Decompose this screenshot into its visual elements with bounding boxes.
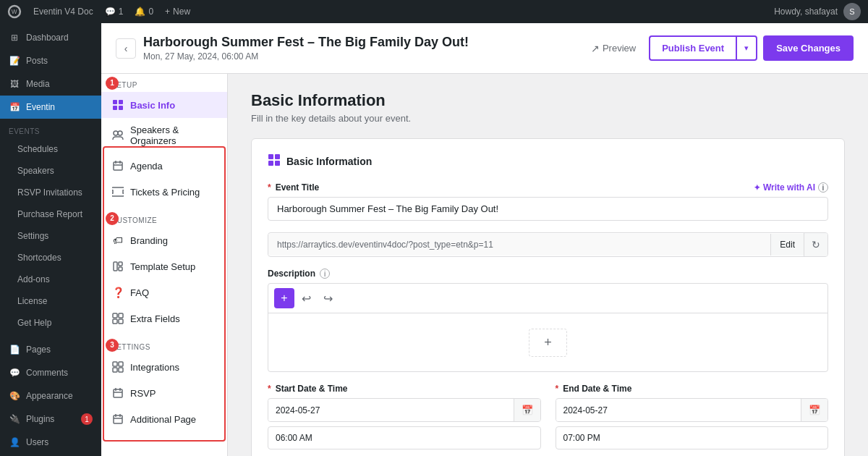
media-icon: 🖼 — [9, 78, 20, 90]
editor-undo-button[interactable]: ↩ — [296, 288, 316, 308]
preview-button[interactable]: ↗ Preview — [584, 38, 643, 59]
events-section-label: Events — [0, 119, 101, 138]
save-changes-button[interactable]: Save Changes — [763, 35, 854, 61]
nav-item-speakers[interactable]: Speakers & Orgainzers — [101, 118, 227, 153]
basic-info-icon — [111, 98, 124, 111]
sidebar-item-speakers[interactable]: Speakers — [0, 160, 101, 182]
plugins-badge: 1 — [81, 413, 93, 425]
agenda-icon — [111, 159, 124, 172]
nav-item-integrations[interactable]: Integrations — [101, 354, 227, 380]
svg-rect-22 — [268, 154, 273, 159]
branding-icon: 🏷 — [111, 234, 124, 247]
description-info-icon[interactable]: i — [320, 269, 330, 279]
nav-item-agenda[interactable]: Agenda — [101, 153, 227, 179]
ping-count-item[interactable]: 🔔 0 — [135, 7, 153, 17]
editor-body[interactable]: + — [268, 313, 827, 371]
svg-rect-9 — [114, 262, 117, 271]
editor-redo-button[interactable]: ↪ — [318, 288, 338, 308]
publish-dropdown-button[interactable]: ▾ — [736, 35, 757, 61]
integrations-icon — [111, 360, 124, 373]
svg-rect-8 — [114, 162, 122, 170]
nav-item-faq[interactable]: ❓ FAQ — [101, 279, 227, 305]
rsvp-icon — [111, 387, 124, 400]
sidebar-item-license[interactable]: License — [0, 290, 101, 312]
nav-item-additional-page[interactable]: Additional Page — [101, 406, 227, 432]
svg-rect-19 — [119, 368, 123, 372]
sidebar-item-get-help[interactable]: Get Help — [0, 312, 101, 334]
nav-item-rsvp[interactable]: RSVP — [101, 380, 227, 406]
sidebar-item-purchase-report[interactable]: Purchase Report — [0, 203, 101, 225]
event-title-input[interactable] — [268, 197, 828, 221]
sidebar-item-schedules[interactable]: Schedules — [0, 138, 101, 160]
posts-icon: 📝 — [9, 55, 20, 67]
url-refresh-button[interactable]: ↻ — [804, 233, 827, 256]
date-time-row: * Start Date & Time 📅 06:00 AM 07:00 — [268, 384, 828, 449]
url-input[interactable] — [268, 234, 770, 256]
nav-item-basic-info[interactable]: Basic Info — [101, 92, 227, 118]
end-datetime-field: * End Date & Time 📅 07:00 PM 08:00 PM — [556, 384, 829, 449]
end-date-input[interactable] — [556, 400, 801, 421]
svg-rect-23 — [275, 154, 280, 159]
setup-badge: 1 — [106, 77, 119, 90]
ai-star-icon: ✦ — [754, 183, 760, 193]
comment-count-item[interactable]: 💬 1 — [105, 7, 124, 17]
sidebar-item-dashboard[interactable]: ⊞ Dashboard — [0, 26, 101, 49]
sidebar-item-comments[interactable]: 💬 Comments — [0, 361, 101, 384]
appearance-icon: 🎨 — [9, 390, 20, 402]
svg-rect-4 — [113, 106, 117, 110]
sidebar-item-media[interactable]: 🖼 Media — [0, 72, 101, 96]
event-title-label: * Event Title ✦ Write with AI i — [268, 182, 828, 193]
back-button[interactable]: ‹ — [116, 38, 136, 59]
svg-point-7 — [118, 131, 122, 135]
nav-item-tickets[interactable]: Tickets & Pricing — [101, 179, 227, 205]
wp-logo[interactable]: W — [7, 4, 22, 19]
end-time-select[interactable]: 07:00 PM 08:00 PM 09:00 PM — [556, 426, 829, 449]
customize-section-label: Customize — [101, 209, 227, 227]
sidebar-item-add-ons[interactable]: Add-ons — [0, 269, 101, 290]
preview-icon: ↗ — [591, 43, 600, 54]
sidebar-item-shortcodes[interactable]: Shortcodes — [0, 247, 101, 269]
start-date-calendar-icon[interactable]: 📅 — [514, 399, 540, 421]
sidebar-item-rsvp-invitations[interactable]: RSVP Invitations — [0, 182, 101, 203]
svg-rect-17 — [119, 362, 123, 366]
sidebar-item-eventin[interactable]: 📅 Eventin — [0, 96, 101, 119]
svg-rect-5 — [119, 106, 123, 110]
sidebar-item-pages[interactable]: 📄 Pages — [0, 338, 101, 361]
url-edit-button[interactable]: Edit — [770, 234, 804, 256]
plugins-icon: 🔌 — [9, 413, 20, 425]
page-title: Basic Information — [251, 91, 845, 110]
faq-icon: ❓ — [111, 286, 124, 299]
customize-badge: 2 — [106, 212, 119, 225]
svg-rect-13 — [119, 313, 123, 318]
description-label: Description — [268, 269, 315, 279]
event-title: Harborough Summer Fest – The Big Family … — [143, 35, 469, 50]
sidebar-item-plugins[interactable]: 🔌 Plugins 1 — [0, 408, 101, 431]
svg-rect-24 — [268, 161, 273, 166]
event-title-field: * Event Title ✦ Write with AI i — [268, 182, 828, 221]
start-time-select[interactable]: 06:00 AM 07:00 AM 08:00 AM — [268, 426, 541, 449]
svg-rect-12 — [113, 313, 117, 318]
start-date-input[interactable] — [268, 400, 514, 421]
nav-item-template[interactable]: Template Setup — [101, 253, 227, 279]
site-name[interactable]: Eventin V4 Doc — [33, 7, 93, 17]
nav-item-extra-fields[interactable]: Extra Fields — [101, 305, 227, 332]
svg-rect-11 — [119, 267, 122, 271]
end-date-calendar-icon[interactable]: 📅 — [801, 399, 827, 421]
start-datetime-label: * Start Date & Time — [268, 384, 541, 394]
sidebar-item-users[interactable]: 👤 Users — [0, 431, 101, 454]
svg-rect-21 — [114, 415, 122, 423]
sidebar-item-appearance[interactable]: 🎨 Appearance — [0, 384, 101, 408]
publish-button[interactable]: Publish Event — [649, 35, 736, 61]
pages-icon: 📄 — [9, 344, 20, 355]
sidebar-item-settings[interactable]: Settings — [0, 225, 101, 247]
tickets-icon — [111, 185, 124, 198]
end-date-input-row: 📅 — [556, 398, 829, 422]
nav-item-branding[interactable]: 🏷 Branding — [101, 227, 227, 253]
write-with-ai-btn[interactable]: ✦ Write with AI i — [754, 182, 828, 193]
new-item[interactable]: + New — [165, 7, 190, 17]
setup-section-label: Setup — [101, 74, 227, 92]
card-title: Basic Information — [268, 153, 828, 169]
end-time-row: 07:00 PM 08:00 PM 09:00 PM — [556, 426, 829, 449]
editor-add-button[interactable]: + — [274, 288, 294, 308]
sidebar-item-posts[interactable]: 📝 Posts — [0, 49, 101, 72]
